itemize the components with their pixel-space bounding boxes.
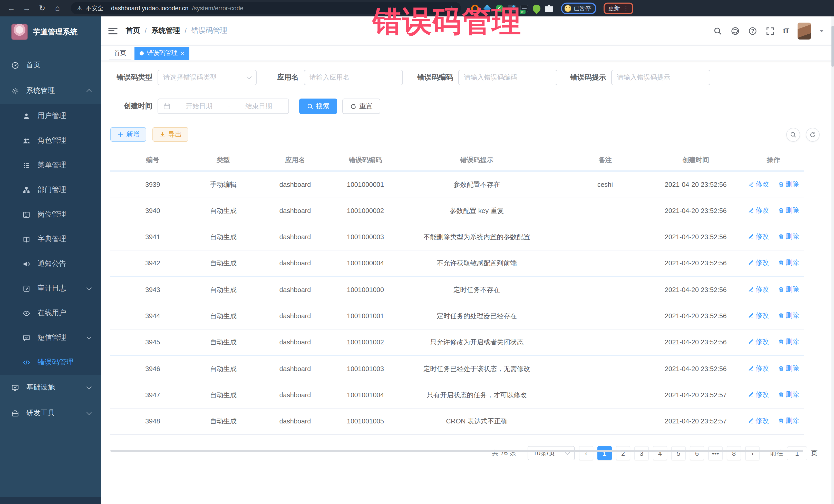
page-number-button[interactable]: 8 [727, 446, 741, 460]
sidebar-menu-item[interactable]: 审计日志 [0, 276, 101, 301]
hamburger-icon[interactable] [108, 27, 117, 34]
export-button[interactable]: 导出 [152, 127, 188, 141]
table-row[interactable]: 3944 自动生成 dashboard 1001001001 定时任务的处理器已… [110, 303, 804, 329]
browser-update-button[interactable]: 更新 ⋮ [603, 2, 633, 14]
sidebar-menu-item[interactable]: 用户管理 [0, 104, 101, 128]
breadcrumb-item[interactable]: 错误码管理 [192, 26, 227, 36]
goto-page-input[interactable]: 1 [787, 446, 807, 460]
table-column-header[interactable]: 类型 [195, 150, 251, 171]
table-column-header[interactable]: 编号 [110, 150, 195, 171]
reset-button[interactable]: 重置 [342, 98, 380, 114]
edit-link[interactable]: 修改 [748, 232, 769, 242]
github-icon[interactable] [731, 26, 740, 35]
font-size-icon[interactable]: tT [783, 27, 789, 35]
sidebar-menu-item[interactable]: 研发工具 [0, 400, 101, 426]
browser-forward-icon[interactable]: → [21, 0, 33, 17]
delete-link[interactable]: 删除 [778, 284, 799, 294]
table-row[interactable]: 3947 自动生成 dashboard 1001001004 只有开启状态的任务… [110, 382, 804, 408]
sidebar-menu-item[interactable]: 部门管理 [0, 178, 101, 202]
vertical-scrollbar[interactable] [831, 17, 834, 504]
edit-link[interactable]: 修改 [748, 258, 769, 268]
breadcrumb-item[interactable]: 首页 [126, 26, 151, 36]
table-row[interactable]: 3948 自动生成 dashboard 1001001005 CRON 表达式不… [110, 408, 804, 435]
error-msg-input[interactable]: 请输入错误码提示 [611, 70, 710, 85]
page-tag[interactable]: 首页 × [109, 46, 131, 60]
table-row[interactable]: 3940 自动生成 dashboard 1001000002 参数配置 key … [110, 198, 804, 224]
sidebar-menu-item[interactable]: 在线用户 [0, 301, 101, 325]
sidebar-collapse-bar[interactable] [0, 497, 101, 504]
app-logo-block[interactable]: 芋道管理系统 [0, 17, 101, 47]
page-number-button[interactable]: 2 [616, 446, 630, 460]
table-row[interactable]: 3943 自动生成 dashboard 1001001000 定时任务不存在 2… [110, 277, 804, 303]
profile-paused-pill[interactable]: 已暂停 [561, 2, 596, 14]
table-column-header[interactable]: 备注 [562, 150, 649, 171]
browser-back-icon[interactable]: ← [5, 0, 18, 17]
table-column-header[interactable]: 创建时间 [649, 150, 743, 171]
page-number-button[interactable]: 1 [597, 446, 612, 460]
table-column-header[interactable]: 应用名 [251, 150, 339, 171]
delete-link[interactable]: 删除 [778, 364, 799, 374]
next-page-button[interactable]: › [745, 446, 760, 460]
delete-link[interactable]: 删除 [778, 416, 799, 426]
browser-home-icon[interactable]: ⌂ [51, 0, 64, 17]
sidebar-menu-item[interactable]: 通知公告 [0, 251, 101, 276]
delete-link[interactable]: 删除 [778, 179, 799, 190]
sidebar-menu-item[interactable]: 基础设施 [0, 375, 101, 400]
table-row[interactable]: 3941 自动生成 dashboard 1001000003 不能删除类型为系统… [110, 224, 804, 250]
fullscreen-icon[interactable] [766, 26, 774, 35]
page-number-button[interactable]: ••• [708, 446, 723, 460]
toggle-search-button[interactable] [786, 128, 800, 141]
edit-link[interactable]: 修改 [748, 337, 769, 347]
page-number-button[interactable]: 6 [690, 446, 704, 460]
table-row[interactable]: 3942 自动生成 dashboard 1001000004 不允许获取敏感配置… [110, 250, 804, 277]
page-size-select[interactable]: 10条/页 [528, 446, 575, 460]
sidebar-menu-item[interactable]: 角色管理 [0, 128, 101, 153]
app-name-input[interactable]: 请输入应用名 [304, 70, 403, 85]
table-column-header[interactable]: 操作 [743, 150, 804, 171]
table-row[interactable]: 3945 自动生成 dashboard 1001001002 只允许修改为开启或… [110, 329, 804, 356]
prev-page-button[interactable]: ‹ [579, 446, 593, 460]
page-tag[interactable]: 错误码管理 × [134, 46, 190, 60]
tag-close-icon[interactable]: × [181, 50, 184, 56]
table-column-header[interactable]: 错误码编码 [339, 150, 392, 171]
browser-reload-icon[interactable]: ↻ [36, 0, 48, 17]
delete-link[interactable]: 删除 [778, 232, 799, 242]
search-button[interactable]: 搜索 [299, 98, 337, 114]
add-button[interactable]: 新增 [110, 127, 146, 141]
delete-link[interactable]: 删除 [778, 337, 799, 347]
sidebar-menu-item[interactable]: 首页 [0, 52, 101, 78]
sidebar-menu-item[interactable]: 系统管理 [0, 78, 101, 104]
extensions-puzzle-icon[interactable] [545, 4, 553, 12]
sidebar-menu-item[interactable]: 错误码管理 [0, 350, 101, 375]
edit-link[interactable]: 修改 [748, 179, 769, 190]
date-range-picker[interactable]: 开始日期 - 结束日期 [158, 98, 289, 114]
edit-link[interactable]: 修改 [748, 390, 769, 400]
sidebar-menu-item[interactable]: 菜单管理 [0, 153, 101, 178]
delete-link[interactable]: 删除 [778, 310, 799, 321]
search-icon[interactable] [714, 26, 722, 35]
extension-icon-green-pin[interactable] [531, 3, 542, 14]
delete-link[interactable]: 删除 [778, 205, 799, 216]
refresh-table-button[interactable] [806, 128, 820, 141]
delete-link[interactable]: 删除 [778, 390, 799, 400]
edit-link[interactable]: 修改 [748, 284, 769, 294]
avatar-dropdown-caret-icon[interactable] [820, 29, 824, 32]
browser-menu-dots-icon[interactable]: ⋮ [623, 5, 629, 12]
edit-link[interactable]: 修改 [748, 364, 769, 374]
table-row[interactable]: 3946 自动生成 dashboard 1001001003 定时任务已经处于该… [110, 356, 804, 382]
edit-link[interactable]: 修改 [748, 310, 769, 321]
not-secure-label[interactable]: 不安全 [86, 4, 104, 12]
user-avatar[interactable] [797, 22, 811, 39]
breadcrumb-item[interactable]: 系统管理 [151, 26, 192, 36]
table-column-header[interactable]: 错误码提示 [392, 150, 562, 171]
sidebar-menu-item[interactable]: 短信管理 [0, 325, 101, 350]
page-number-button[interactable]: 4 [653, 446, 667, 460]
sidebar-menu-item[interactable]: 岗位管理 [0, 202, 101, 227]
page-number-button[interactable]: 3 [634, 446, 649, 460]
error-type-select[interactable]: 请选择错误码类型 [158, 70, 257, 85]
error-code-input[interactable]: 请输入错误码编码 [458, 70, 557, 85]
help-icon[interactable] [748, 26, 757, 35]
delete-link[interactable]: 删除 [778, 258, 799, 268]
sidebar-menu-item[interactable]: 字典管理 [0, 227, 101, 251]
page-number-button[interactable]: 5 [671, 446, 686, 460]
